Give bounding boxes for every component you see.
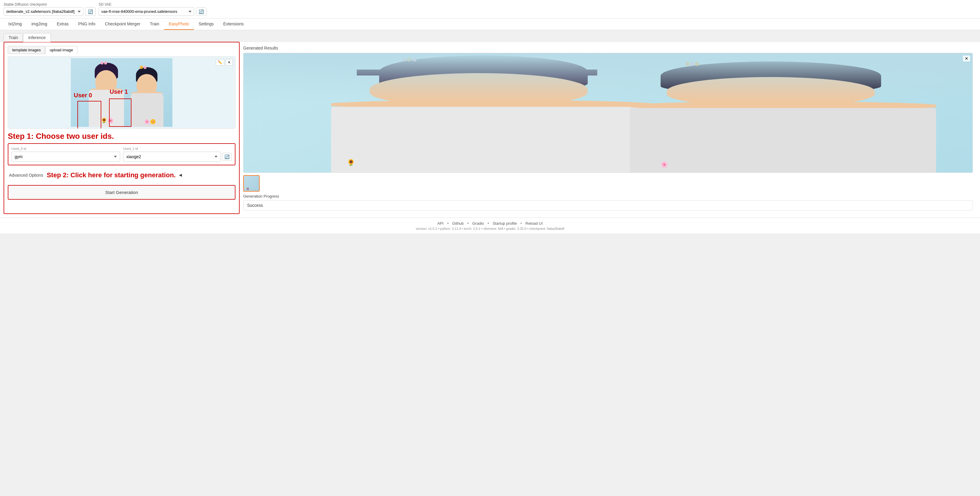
vae-group: SD VAE vae-ft-mse-840000-ema-pruned.safe…	[99, 2, 207, 16]
thumb-inner-0: 👭	[244, 176, 259, 191]
main-content: template images upload image 🌸🌸	[0, 42, 980, 217]
footer-links: API • Github • Gradio • Startup profile …	[3, 221, 977, 226]
vae-select[interactable]: vae-ft-mse-840000-ema-pruned.safetensors	[99, 7, 194, 16]
tab-img2img[interactable]: img2img	[27, 19, 52, 30]
result-image-area: 🌻 🌸🌼🌸 🌸 🌼🌸🌼 ✕	[243, 53, 973, 173]
checkpoint-group: Stable Diffusion checkpoint deliberate_v…	[3, 2, 95, 16]
thumbnail-0[interactable]: 👭	[243, 175, 259, 192]
checkpoint-select-row: deliberate_v2.safetensors [9aba26abdf] 🔄	[3, 7, 95, 16]
used0-select-wrap: gym user1	[11, 152, 120, 162]
tab-checkpoint-merger[interactable]: Checkpoint Merger	[100, 19, 145, 30]
result-photo: 🌻 🌸🌼🌸 🌸 🌼🌸🌼	[243, 53, 972, 173]
vae-refresh-btn[interactable]: 🔄	[196, 8, 207, 16]
face-box-user1	[109, 98, 132, 127]
tab-easyphoto[interactable]: EasyPhoto	[164, 19, 194, 30]
right-panel: Generated Results 🌻 🌸🌼🌸	[240, 42, 977, 214]
sub-tabs: Train Inference	[3, 33, 977, 42]
step1-label: Step 1: Choose two user ids.	[8, 132, 235, 141]
checkpoint-label: Stable Diffusion checkpoint	[3, 2, 95, 6]
used1-label: Used_1 id	[123, 147, 232, 151]
checkpoint-refresh-btn[interactable]: 🔄	[85, 8, 95, 16]
edit-image-btn[interactable]: ✏️	[216, 59, 224, 66]
generated-results-label: Generated Results	[243, 46, 973, 51]
advanced-options-row: Advanced Options Step 2: Click here for …	[8, 169, 235, 181]
footer-github-link[interactable]: Github	[452, 221, 464, 226]
tab-train[interactable]: Train	[145, 19, 164, 30]
close-image-btn[interactable]: ✕	[226, 59, 233, 66]
tab-extensions[interactable]: Extensions	[218, 19, 248, 30]
step2-label: Step 2: Click here for starting generati…	[47, 171, 176, 179]
user1-id-group: Used_1 id xiaoge2 user1 🔄	[123, 147, 232, 162]
tab-upload-image[interactable]: upload image	[45, 46, 77, 54]
tab-settings[interactable]: Settings	[194, 19, 219, 30]
user-label-0: User 0	[74, 92, 92, 99]
image-tools: ✏️ ✕	[216, 59, 233, 66]
image-tabs: template images upload image	[8, 46, 235, 54]
triangle-icon: ◄	[178, 173, 183, 178]
start-generation-button[interactable]: Start Generation	[8, 185, 235, 200]
footer-version: version: v1.5.2 • python: 3.11.4 • torch…	[3, 227, 977, 230]
sub-tab-inference[interactable]: Inference	[23, 33, 51, 42]
footer-reload-link[interactable]: Reload UI	[525, 221, 543, 226]
face-box-user0	[77, 101, 101, 128]
footer-startup-link[interactable]: Startup profile	[493, 221, 517, 226]
used0-select[interactable]: gym user1	[11, 152, 120, 162]
user-id-row: Used_0 id gym user1 Used_1 id xiaoge2 us…	[8, 143, 235, 165]
result-image-display[interactable]: 🌻 🌸🌼🌸 🌸 🌼🌸🌼	[243, 53, 972, 173]
image-area: 🌸🌸 🌼🌸 🌻🌸 🌸🌼 User 0	[8, 56, 235, 128]
used0-label: Used_0 id	[11, 147, 120, 151]
used1-select-wrap: xiaoge2 user1 🔄	[123, 152, 232, 162]
vae-select-row: vae-ft-mse-840000-ema-pruned.safetensors…	[99, 7, 207, 16]
image-preview[interactable]: 🌸🌸 🌼🌸 🌻🌸 🌸🌼 User 0	[8, 57, 235, 128]
user-label-1: User 1	[110, 88, 128, 95]
thumbnail-row: 👭	[243, 175, 973, 192]
used1-refresh-btn[interactable]: 🔄	[222, 153, 232, 160]
generation-progress-label: Generation Progress	[243, 194, 973, 198]
used1-select[interactable]: xiaoge2 user1	[123, 152, 221, 162]
tab-txt2img[interactable]: txt2img	[3, 19, 27, 30]
left-panel: template images upload image 🌸🌸	[3, 42, 240, 214]
advanced-options-label: Advanced Options	[9, 173, 43, 177]
footer-gradio-link[interactable]: Gradio	[473, 221, 484, 226]
tab-extras[interactable]: Extras	[52, 19, 73, 30]
progress-status: Success	[243, 200, 973, 211]
vae-label: SD VAE	[99, 2, 207, 6]
tab-template-images[interactable]: template images	[8, 46, 45, 54]
top-bar: Stable Diffusion checkpoint deliberate_v…	[0, 0, 980, 19]
close-result-btn[interactable]: ✕	[963, 55, 970, 62]
sub-tab-train[interactable]: Train	[3, 33, 23, 42]
nav-tabs: txt2img img2img Extras PNG Info Checkpoi…	[0, 19, 980, 30]
footer: API • Github • Gradio • Startup profile …	[0, 217, 980, 233]
footer-api-link[interactable]: API	[438, 221, 444, 226]
tab-pnginfo[interactable]: PNG Info	[73, 19, 100, 30]
user0-id-group: Used_0 id gym user1	[11, 147, 120, 162]
checkpoint-select[interactable]: deliberate_v2.safetensors [9aba26abdf]	[3, 7, 83, 16]
